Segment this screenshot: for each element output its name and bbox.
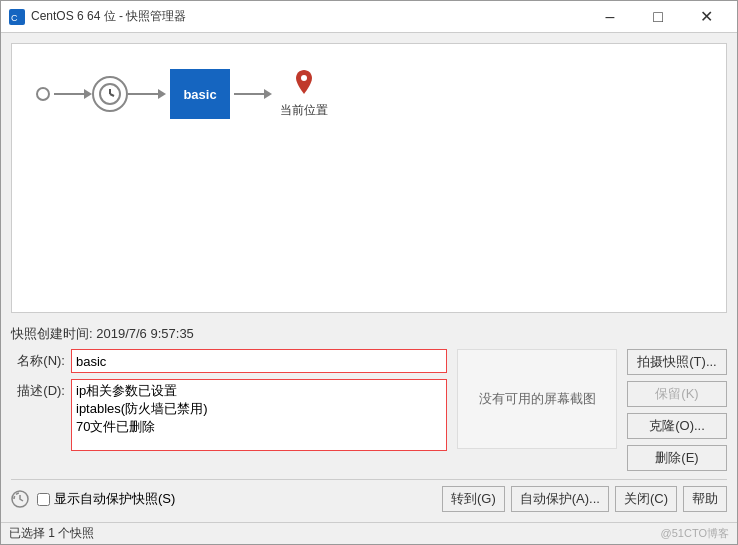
show-auto-protect-text: 显示自动保护快照(S) xyxy=(54,490,175,508)
timeline-arrow-1 xyxy=(84,89,92,99)
show-auto-protect-checkbox[interactable] xyxy=(37,493,50,506)
timeline-arrow-3 xyxy=(264,89,272,99)
window-title: CentOS 6 64 位 - 快照管理器 xyxy=(31,8,186,25)
timeline-arrow-2 xyxy=(158,89,166,99)
info-section: 快照创建时间: 2019/7/6 9:57:35 名称(N): 描述(D): i… xyxy=(11,321,727,475)
auto-protect-button[interactable]: 自动保护(A)... xyxy=(511,486,609,512)
name-input[interactable] xyxy=(71,349,447,373)
screenshot-area: 没有可用的屏幕截图 xyxy=(457,349,617,449)
create-time-value: 2019/7/6 9:57:35 xyxy=(96,326,194,341)
close-window-button[interactable]: ✕ xyxy=(683,2,729,32)
snapshot-box[interactable]: basic xyxy=(170,69,230,119)
timeline-section: basic 当前位置 xyxy=(32,69,336,119)
form-left: 名称(N): 描述(D): ip相关参数已设置 iptables(防火墙已禁用)… xyxy=(11,349,447,471)
bottom-right-buttons: 转到(G) 自动保护(A)... 关闭(C) 帮助 xyxy=(442,486,727,512)
app-icon: C xyxy=(9,9,25,25)
timeline-start-dot xyxy=(36,87,50,101)
title-bar: C CentOS 6 64 位 - 快照管理器 – □ ✕ xyxy=(1,1,737,33)
clock-icon xyxy=(98,82,122,106)
keep-button[interactable]: 保留(K) xyxy=(627,381,727,407)
delete-button[interactable]: 删除(E) xyxy=(627,445,727,471)
form-area: 名称(N): 描述(D): ip相关参数已设置 iptables(防火墙已禁用)… xyxy=(11,349,727,471)
title-bar-left: C CentOS 6 64 位 - 快照管理器 xyxy=(9,8,186,25)
status-text: 已选择 1 个快照 xyxy=(9,525,94,542)
form-right-buttons: 拍摄快照(T)... 保留(K) 克隆(O)... 删除(E) xyxy=(627,349,727,471)
svg-text:C: C xyxy=(11,13,18,23)
location-pin-icon xyxy=(290,70,318,98)
history-icon xyxy=(11,490,29,508)
help-button[interactable]: 帮助 xyxy=(683,486,727,512)
location-pin-container: 当前位置 xyxy=(280,70,328,119)
timeline-line-1 xyxy=(54,93,84,95)
main-window: C CentOS 6 64 位 - 快照管理器 – □ ✕ xyxy=(0,0,738,545)
watermark: @51CTO博客 xyxy=(661,526,729,541)
close-button[interactable]: 关闭(C) xyxy=(615,486,677,512)
clock-icon-container xyxy=(92,76,128,112)
take-snapshot-button[interactable]: 拍摄快照(T)... xyxy=(627,349,727,375)
desc-row: 描述(D): ip相关参数已设置 iptables(防火墙已禁用) 70文件已删… xyxy=(11,379,447,451)
name-row: 名称(N): xyxy=(11,349,447,373)
svg-point-5 xyxy=(301,75,307,81)
current-location-label: 当前位置 xyxy=(280,102,328,119)
snapshot-canvas: basic 当前位置 xyxy=(11,43,727,313)
title-controls: – □ ✕ xyxy=(587,2,729,32)
goto-button[interactable]: 转到(G) xyxy=(442,486,505,512)
desc-label: 描述(D): xyxy=(11,379,71,400)
no-screenshot-label: 没有可用的屏幕截图 xyxy=(479,390,596,408)
bottom-left: 显示自动保护快照(S) xyxy=(11,490,175,508)
create-time-label: 快照创建时间: xyxy=(11,326,93,341)
status-bar: 已选择 1 个快照 @51CTO博客 xyxy=(1,522,737,544)
timeline-line-3 xyxy=(234,93,264,95)
maximize-button[interactable]: □ xyxy=(635,2,681,32)
name-label: 名称(N): xyxy=(11,349,71,370)
show-auto-protect-label[interactable]: 显示自动保护快照(S) xyxy=(37,490,175,508)
clone-button[interactable]: 克隆(O)... xyxy=(627,413,727,439)
content-area: basic 当前位置 快照创建时间: xyxy=(1,33,737,522)
desc-textarea[interactable]: ip相关参数已设置 iptables(防火墙已禁用) 70文件已删除 xyxy=(71,379,447,451)
snapshot-label: basic xyxy=(183,87,216,102)
bottom-bar: 显示自动保护快照(S) 转到(G) 自动保护(A)... 关闭(C) 帮助 xyxy=(11,479,727,512)
minimize-button[interactable]: – xyxy=(587,2,633,32)
snapshot-node[interactable]: basic xyxy=(170,69,230,119)
create-time-row: 快照创建时间: 2019/7/6 9:57:35 xyxy=(11,325,727,343)
timeline-line-2 xyxy=(128,93,158,95)
